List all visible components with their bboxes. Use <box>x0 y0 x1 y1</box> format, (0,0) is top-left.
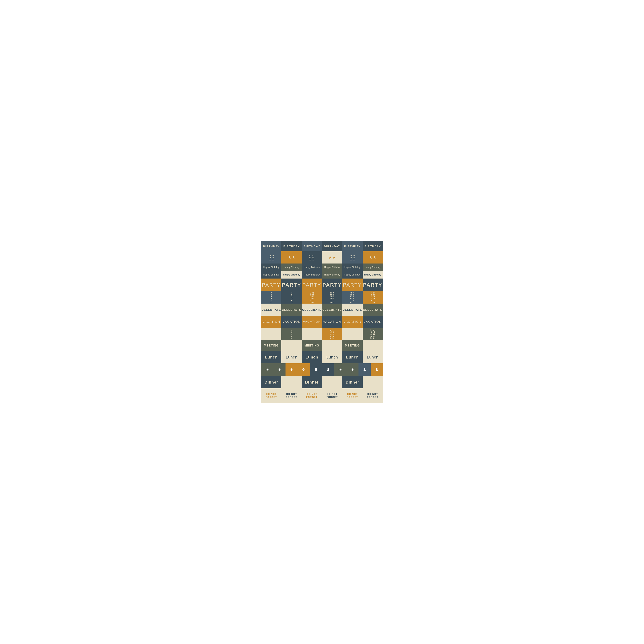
row-vacation: VACATION VACATION VACATION VACATION VACA… <box>261 316 383 328</box>
cell-plane-5: ⬇ <box>310 363 322 376</box>
row-happy-birthday-2: Happy Birthday Happy Birthday Happy Birt… <box>261 271 383 279</box>
star-icon: ★ <box>332 255 336 260</box>
cell-hb2-3: Happy Birthday <box>302 271 322 279</box>
row-dinner: Dinner Dinner Dinner Dinner Dinner Dinne… <box>261 376 383 388</box>
cheers-wrap: CHEERS CHEERS <box>330 291 334 304</box>
birthday-label: BIRTHDAY <box>263 245 280 248</box>
dinner-label: Dinner <box>346 380 359 385</box>
cell-hb-4: Happy Birthday <box>322 264 342 271</box>
cell-vacation-4: VACATION <box>322 316 342 328</box>
star-icon: ★ <box>292 255 295 260</box>
cell-lunch-1: Lunch <box>261 351 281 363</box>
cell-plane-6: ⬇ <box>322 363 334 376</box>
cell-hbd-3: HBD HBD <box>302 251 322 264</box>
row-cheers: CHEERS CHEERS CHEERS CHEERS CHEERS CHEER… <box>261 291 383 304</box>
cell-hb-6: Happy Birthday <box>363 264 383 271</box>
meeting-label: MEETING <box>264 344 279 347</box>
cell-plane-8: ✈ <box>346 363 358 376</box>
cell-dinner-3: Dinner <box>302 376 322 388</box>
hbd-text: HBD <box>350 254 352 260</box>
cell-vacation-6: VACATION <box>363 316 383 328</box>
cell-lunch-6: Lunch <box>363 351 383 363</box>
row-donotforget: DO NOTFORGET DO NOTFORGET DO NOTFORGET D… <box>261 388 383 403</box>
vacay-text: VACAY <box>332 329 335 339</box>
cell-party-2: PARTY <box>281 279 302 291</box>
celebrate-label: CELEBRATE <box>302 308 322 311</box>
dnf-label: DO NOTFORGET <box>326 393 338 399</box>
cell-cheers-1: CHEERS <box>261 291 281 304</box>
party-label: PARTY <box>262 282 281 288</box>
row-lunch: Lunch Lunch Lunch Lunch Lunch Lunch <box>261 351 383 363</box>
cell-lunch-4: Lunch <box>322 351 342 363</box>
vacay-text: VACAY <box>350 329 352 339</box>
cell-dinner-5: Dinner <box>342 376 362 388</box>
cell-hb-5: Happy Birthday <box>342 264 362 271</box>
cell-plane-7: ✈ <box>334 363 346 376</box>
cheers-text: CHEERS <box>312 292 314 303</box>
cell-vacation-2: VACATION <box>281 316 302 328</box>
meeting-label: MEETING <box>345 344 360 347</box>
celebrate-label: CELEBRATE <box>262 308 281 311</box>
cell-celebrate-1: CELEBRATE <box>261 304 281 316</box>
cell-plane-4: ✈ <box>298 363 310 376</box>
cheers-text: CHEERS <box>291 292 293 303</box>
cheers-wrap: CHEERS CHEERS <box>370 291 375 304</box>
dinner-label: Dinner <box>366 380 379 385</box>
airplane-icon: ✈ <box>302 367 306 373</box>
cell-hb2-6: Happy Birthday <box>363 271 383 279</box>
cheers-wrap: CHEERS <box>270 291 272 304</box>
vacay-text: VACAY <box>330 329 332 339</box>
cell-lunch-2: Lunch <box>281 351 302 363</box>
lunch-label: Lunch <box>346 355 359 360</box>
happy-birthday-text: Happy Birthday <box>284 266 299 269</box>
row-celebrate: CELEBRATE CELEBRATE CELEBRATE CELEBRATE … <box>261 304 383 316</box>
cell-meeting-5: MEETING <box>342 340 362 351</box>
cheers-wrap: CHEERS <box>291 291 293 304</box>
cell-party-5: PARTY <box>342 279 362 291</box>
cell-dnf-5: DO NOTFORGET <box>342 388 362 403</box>
party-label: PARTY <box>363 282 382 288</box>
cell-vacay-4: VACAY VACAY <box>322 328 342 340</box>
cell-dnf-3: DO NOTFORGET <box>302 388 322 403</box>
cell-dinner-4: Dinner <box>322 376 342 388</box>
dnf-label: DO NOTFORGET <box>347 393 358 399</box>
cell-plane-10: ⬇ <box>371 363 383 376</box>
cell-birthday-2: BIRTHDAY <box>281 241 302 251</box>
dnf-label: DO NOTFORGET <box>367 393 378 399</box>
cell-hb2-4: Happy Birthday <box>322 271 342 279</box>
airplane-icon: ✈ <box>265 367 269 373</box>
cell-celebrate-5: CELEBRATE <box>342 304 362 316</box>
cell-hbd-4: ★ ★ <box>322 251 342 264</box>
dinner-label: Dinner <box>265 380 278 385</box>
birthday-label: BIRTHDAY <box>364 245 381 248</box>
cell-cheers-6: CHEERS CHEERS <box>363 291 383 304</box>
hbd-text: HBD <box>353 254 355 260</box>
vacay-text: VACAY <box>373 329 375 339</box>
cell-celebrate-4: CELEBRATE <box>322 304 342 316</box>
row-happy-birthday-1: Happy Birthday Happy Birthday Happy Birt… <box>261 264 383 271</box>
lunch-label: Lunch <box>306 355 318 360</box>
cheers-text: CHEERS <box>370 292 373 303</box>
vacay-text: VACAY <box>309 329 312 339</box>
dinner-label: Dinner <box>285 380 298 385</box>
vacation-label: VACATION <box>283 320 301 324</box>
hbd-text: HBD <box>272 254 274 260</box>
row-vacay: VACAY VACAY VACAY VACAY VACAY VACAY VACA… <box>261 328 383 340</box>
vacation-label: VACATION <box>364 320 382 324</box>
hbd-text: HBD <box>269 254 271 260</box>
hbd-text: HBD <box>309 254 312 260</box>
meeting-label: MEETING <box>365 344 380 347</box>
main-container: BIRTHDAY BIRTHDAY BIRTHDAY BIRTHDAY BIRT… <box>258 237 386 407</box>
happy-birthday-text: Happy Birthday <box>304 266 320 269</box>
cheers-text: CHEERS <box>270 292 272 303</box>
happy-birthday-text: Happy Birthday <box>263 274 279 276</box>
birthday-label: BIRTHDAY <box>344 245 361 248</box>
cell-hbd-1: HBD HBD <box>261 251 281 264</box>
party-label: PARTY <box>343 282 362 288</box>
vacay-text: VACAY <box>312 329 314 339</box>
vacay-text: VACAY <box>290 329 293 339</box>
star-icon: ★ <box>369 255 372 260</box>
cell-dinner-6: Dinner <box>363 376 383 388</box>
cell-vacation-3: VACATION <box>302 316 322 328</box>
cell-plane-1: ✈ <box>261 363 273 376</box>
